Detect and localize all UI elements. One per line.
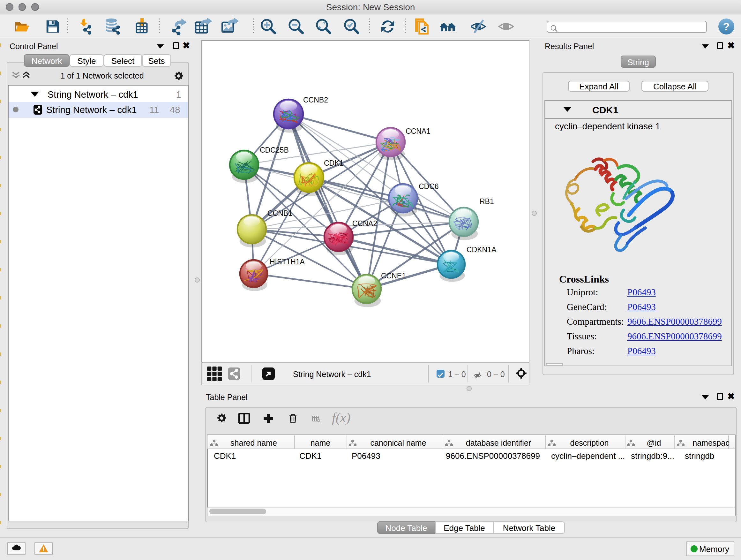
svg-text:CCNB2: CCNB2 (303, 96, 328, 104)
svg-text:HIST1H1A: HIST1H1A (270, 258, 305, 266)
svg-text:CDK1: CDK1 (324, 159, 343, 167)
svg-text:CCNA1: CCNA1 (406, 127, 430, 135)
svg-text:CDC6: CDC6 (419, 182, 439, 191)
svg-text:CDKN1A: CDKN1A (467, 246, 496, 254)
svg-text:RB1: RB1 (480, 197, 494, 206)
svg-text:CCNE1: CCNE1 (381, 272, 406, 280)
svg-text:CCNB1: CCNB1 (267, 209, 292, 217)
svg-text:CDC25B: CDC25B (260, 146, 289, 154)
svg-text:CCNA2: CCNA2 (352, 219, 377, 228)
